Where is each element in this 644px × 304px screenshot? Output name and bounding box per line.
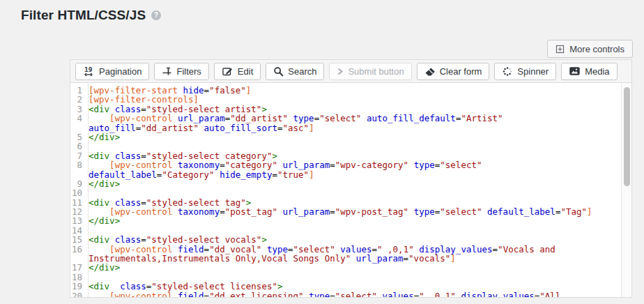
code-line: auto_fill="dd_artist" auto_fill_sort="as… — [70, 123, 631, 132]
code-line: 15<div class="styled-select vocals"> — [70, 235, 631, 244]
pagination-button-label: Pagination — [99, 66, 141, 77]
page-title-row: Filter HTML/CSS/JS ? — [21, 8, 161, 23]
filters-button-label: Filters — [176, 66, 201, 77]
code-line: 13</div> — [70, 216, 631, 225]
code-line: 1[wpv-filter-start hide="false"] — [70, 86, 631, 95]
code-line: 11<div class="styled-select tag"> — [70, 198, 631, 207]
filters-icon — [162, 66, 172, 77]
filters-button[interactable]: Filters — [154, 63, 208, 80]
chevron-right-icon — [337, 67, 344, 76]
search-button-label: Search — [288, 66, 316, 77]
editor-scrollbar[interactable] — [621, 83, 631, 297]
code-line: 12 [wpv-control taxonomy="post_tag" url_… — [70, 207, 631, 216]
spinner-icon — [502, 66, 513, 77]
eraser-icon — [424, 66, 436, 77]
spinner-button-label: Spinner — [517, 66, 549, 77]
submit-button-insert[interactable]: Submit button — [329, 63, 411, 80]
code-line: 4 [wpv-control url_param="dd_artist" typ… — [70, 114, 631, 123]
page-title: Filter HTML/CSS/JS — [21, 8, 146, 23]
code-line: 17</div> — [70, 263, 631, 272]
code-line: 19<div class="styled-select licenses"> — [70, 282, 631, 291]
code-line: 14 — [70, 226, 631, 235]
code-line: 5</div> — [70, 132, 631, 142]
svg-text:19: 19 — [84, 66, 93, 73]
submit-button-label: Submit button — [348, 66, 404, 77]
code-line: Instrumentals,Instrumentals Only,Vocal S… — [70, 254, 631, 263]
media-button-label: Media — [585, 66, 609, 77]
code-line: 9</div> — [70, 179, 631, 188]
gutter-separator — [88, 83, 89, 297]
media-image-icon — [569, 66, 581, 76]
editor-toolbar: 19 Pagination Filters Edit — [70, 60, 631, 83]
edit-button[interactable]: Edit — [214, 63, 261, 80]
more-controls-button[interactable]: More controls — [547, 40, 633, 58]
clear-form-button-label: Clear form — [440, 66, 482, 77]
code-line: 6 — [70, 142, 631, 151]
search-icon — [273, 66, 284, 77]
scrollbar-thumb[interactable] — [624, 87, 630, 186]
media-button[interactable]: Media — [561, 63, 617, 80]
code-line: 10 — [70, 188, 631, 197]
code-area: 1[wpv-filter-start hide="false"]2[wpv-fi… — [70, 86, 631, 297]
code-line: 18 — [70, 273, 631, 282]
pagination-icon: 19 — [83, 66, 95, 77]
code-line: 3<div class="styled-select artist"> — [70, 105, 631, 114]
code-editor[interactable]: 1[wpv-filter-start hide="false"]2[wpv-fi… — [70, 83, 631, 297]
code-line: 8 [wpv-control taxonomy="category" url_p… — [70, 160, 631, 169]
add-more-controls-icon — [555, 45, 565, 54]
edit-pencil-icon — [222, 66, 233, 77]
code-line: 20 [wpv-control field="dd_ext_licensing"… — [70, 291, 631, 297]
pagination-button[interactable]: 19 Pagination — [75, 63, 149, 80]
code-line: 16 [wpv-control field="dd_vocal" type="s… — [70, 245, 631, 254]
code-line: 7<div class="styled-select category"> — [70, 151, 631, 160]
filter-editor-panel: 19 Pagination Filters Edit — [70, 59, 632, 298]
more-controls-label: More controls — [569, 44, 624, 54]
spinner-button[interactable]: Spinner — [494, 63, 556, 80]
search-button[interactable]: Search — [266, 63, 324, 80]
code-line: 2[wpv-filter-controls] — [70, 95, 631, 104]
edit-button-label: Edit — [238, 66, 253, 77]
code-line: default_label="Category" hide_empty="tru… — [70, 170, 631, 179]
clear-form-button[interactable]: Clear form — [417, 63, 490, 80]
help-icon[interactable]: ? — [151, 10, 161, 20]
